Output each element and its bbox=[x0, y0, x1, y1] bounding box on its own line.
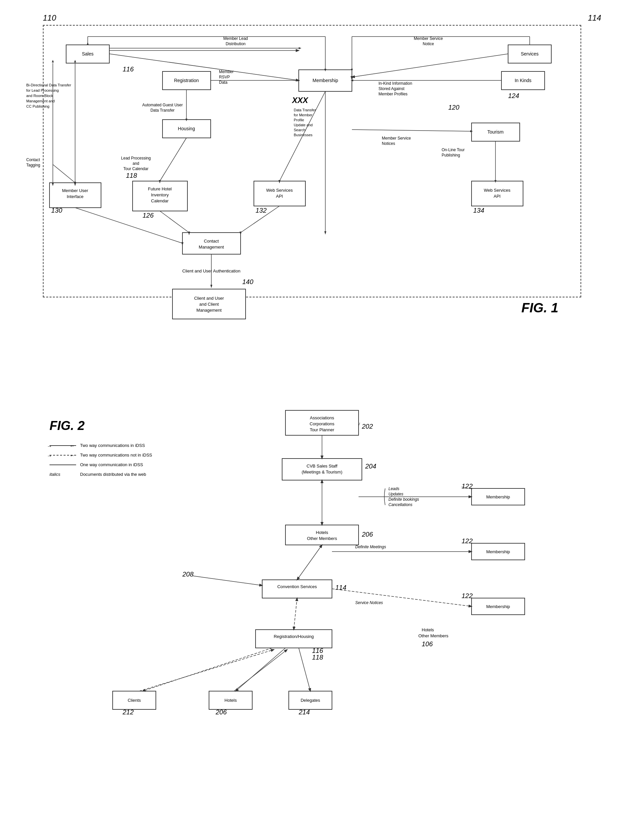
svg-text:XXX: XXX bbox=[291, 96, 309, 105]
svg-text:204: 204 bbox=[365, 462, 376, 470]
svg-text:Stored Against: Stored Against bbox=[379, 86, 405, 91]
svg-text:Updates: Updates bbox=[388, 492, 403, 496]
svg-text:Membership: Membership bbox=[486, 604, 510, 609]
svg-text:API: API bbox=[494, 194, 501, 199]
svg-text:Search: Search bbox=[294, 128, 306, 132]
svg-text:Update and: Update and bbox=[294, 123, 313, 127]
svg-text:122: 122 bbox=[461, 592, 472, 600]
svg-text:Hotels: Hotels bbox=[316, 530, 328, 535]
svg-text:Client and User: Client and User bbox=[194, 296, 224, 301]
svg-line-185 bbox=[299, 648, 311, 691]
svg-text:214: 214 bbox=[298, 708, 310, 716]
svg-text:Hotels: Hotels bbox=[225, 698, 237, 703]
svg-text:140: 140 bbox=[242, 278, 253, 285]
svg-text:Member Profiles: Member Profiles bbox=[379, 92, 408, 96]
svg-text:Notice: Notice bbox=[423, 42, 434, 46]
svg-text:Membership: Membership bbox=[312, 78, 338, 83]
svg-text:Lead Processing: Lead Processing bbox=[121, 156, 150, 160]
svg-marker-121 bbox=[52, 60, 54, 63]
svg-text:Membership: Membership bbox=[486, 549, 510, 554]
svg-text:Convention Services: Convention Services bbox=[277, 584, 317, 589]
svg-marker-105 bbox=[210, 285, 212, 288]
svg-text:130: 130 bbox=[51, 207, 62, 214]
svg-text:120: 120 bbox=[448, 103, 459, 111]
svg-text:118: 118 bbox=[126, 172, 137, 179]
svg-text:202: 202 bbox=[362, 423, 373, 430]
svg-line-165 bbox=[294, 598, 297, 630]
svg-text:Bi-Directional Data Transfer: Bi-Directional Data Transfer bbox=[26, 83, 71, 87]
svg-text:Tour Calendar: Tour Calendar bbox=[123, 166, 148, 171]
svg-text:122: 122 bbox=[461, 537, 472, 545]
svg-text:206: 206 bbox=[215, 708, 227, 716]
svg-text:Web Services: Web Services bbox=[266, 188, 293, 193]
svg-text:Publishing: Publishing bbox=[442, 153, 460, 157]
svg-text:Registration: Registration bbox=[174, 78, 199, 83]
svg-text:Registration/Housing: Registration/Housing bbox=[274, 634, 314, 639]
fig1-svg: Sales Services Registration Membership I… bbox=[23, 13, 621, 379]
svg-line-81 bbox=[280, 91, 325, 181]
svg-text:Corporations: Corporations bbox=[310, 421, 335, 426]
svg-text:Associations: Associations bbox=[310, 415, 334, 420]
svg-text:Sales: Sales bbox=[82, 51, 93, 57]
svg-line-87 bbox=[75, 208, 183, 243]
svg-text:Future Hotel: Future Hotel bbox=[148, 186, 172, 191]
svg-text:116: 116 bbox=[123, 65, 134, 73]
svg-text:106: 106 bbox=[422, 640, 433, 648]
svg-text:Delegates: Delegates bbox=[301, 698, 320, 703]
svg-text:Interface: Interface bbox=[67, 194, 84, 199]
svg-text:Other Members: Other Members bbox=[418, 633, 448, 638]
svg-marker-74 bbox=[299, 47, 301, 49]
svg-text:206: 206 bbox=[362, 531, 373, 538]
svg-text:Data Transfer: Data Transfer bbox=[150, 108, 175, 113]
svg-text:118: 118 bbox=[312, 654, 323, 661]
svg-line-170 bbox=[332, 589, 471, 606]
svg-line-154 bbox=[297, 545, 322, 580]
svg-text:Calendar: Calendar bbox=[151, 198, 169, 204]
svg-text:RSVP: RSVP bbox=[219, 75, 230, 79]
svg-text:Web Services: Web Services bbox=[484, 188, 510, 193]
svg-text:API: API bbox=[276, 194, 283, 199]
svg-text:132: 132 bbox=[256, 207, 267, 214]
svg-marker-115 bbox=[87, 42, 89, 45]
svg-line-89 bbox=[160, 211, 189, 233]
svg-line-83 bbox=[352, 129, 471, 131]
svg-text:CVB Sales Staff: CVB Sales Staff bbox=[307, 464, 338, 469]
svg-text:On-Line Tour: On-Line Tour bbox=[442, 147, 464, 152]
svg-text:(Meetings & Tourism): (Meetings & Tourism) bbox=[302, 469, 343, 475]
svg-text:Inventory: Inventory bbox=[151, 192, 169, 197]
svg-text:Management and: Management and bbox=[26, 99, 55, 103]
svg-text:208: 208 bbox=[182, 571, 193, 578]
svg-text:Tour Planner: Tour Planner bbox=[310, 427, 334, 432]
svg-text:Profile: Profile bbox=[294, 118, 304, 122]
svg-text:Clients: Clients bbox=[128, 698, 141, 703]
svg-text:for Lead Processing: for Lead Processing bbox=[26, 88, 59, 92]
svg-text:and: and bbox=[133, 161, 139, 166]
svg-text:Other Members: Other Members bbox=[307, 536, 337, 541]
svg-text:Service Notices: Service Notices bbox=[355, 600, 383, 605]
svg-text:Tourism: Tourism bbox=[487, 129, 503, 134]
svg-text:116: 116 bbox=[312, 647, 323, 654]
svg-line-155 bbox=[193, 576, 262, 585]
svg-text:126: 126 bbox=[142, 212, 154, 219]
svg-text:Housing: Housing bbox=[178, 126, 195, 131]
svg-text:Definite Meetings: Definite Meetings bbox=[355, 545, 386, 549]
svg-text:Hotels: Hotels bbox=[422, 627, 434, 632]
svg-text:Data: Data bbox=[219, 80, 228, 85]
svg-text:Leads: Leads bbox=[388, 486, 400, 491]
svg-text:Cancellations: Cancellations bbox=[388, 503, 413, 507]
svg-line-79 bbox=[160, 138, 186, 181]
svg-text:Membership: Membership bbox=[486, 495, 510, 499]
svg-text:124: 124 bbox=[508, 92, 519, 99]
svg-text:In Kinds: In Kinds bbox=[515, 78, 532, 83]
svg-text:Management: Management bbox=[196, 308, 222, 313]
svg-text:Distribution: Distribution bbox=[226, 42, 246, 46]
svg-text:Automated Guest User: Automated Guest User bbox=[142, 103, 183, 107]
svg-text:and Client: and Client bbox=[199, 302, 219, 307]
svg-text:Contact: Contact bbox=[26, 157, 40, 162]
svg-line-123 bbox=[53, 165, 75, 183]
svg-text:FIG. 1: FIG. 1 bbox=[521, 301, 558, 315]
svg-text:CC Publishing: CC Publishing bbox=[26, 104, 50, 108]
svg-text:212: 212 bbox=[122, 708, 134, 716]
svg-text:Management: Management bbox=[199, 244, 224, 249]
svg-marker-99 bbox=[324, 231, 326, 234]
